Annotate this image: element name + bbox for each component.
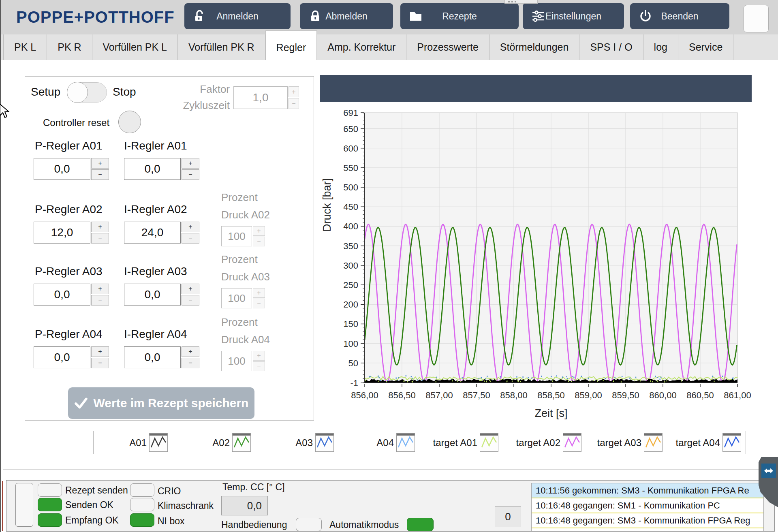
legend-label-target-a01: target A01 — [411, 437, 477, 449]
p-regler-a04-field[interactable]: 0,0+− — [34, 346, 109, 368]
temp-field: 0,0 — [221, 496, 268, 515]
i-regler-a03-field-decrement[interactable]: − — [182, 295, 199, 306]
top-bar: POPPE+POTTHOFF AnmeldenAbmeldenRezepteEi… — [0, 0, 778, 34]
toggle-knob-icon — [67, 82, 88, 103]
prozent-druck-a02-field: 100+− — [221, 226, 265, 246]
controller-reset-button[interactable] — [118, 111, 141, 133]
svg-text:858,50: 858,50 — [537, 390, 564, 400]
chart-header — [320, 75, 752, 102]
tab-st-rmeldungen[interactable]: Störmeldungen — [489, 34, 580, 60]
p-regler-a04-field-decrement[interactable]: − — [91, 358, 109, 368]
anmelden-button[interactable]: Anmelden — [184, 3, 291, 29]
svg-text:858,00: 858,00 — [500, 390, 527, 400]
tab-regler[interactable]: Regler — [265, 30, 317, 60]
prozent-druck-a02-field-increment: + — [253, 226, 265, 236]
senden-ok-led — [38, 498, 62, 511]
p-regler-a04-label: P-Regler A04 — [35, 328, 103, 341]
i-regler-a03-field[interactable]: 0,0+− — [124, 284, 199, 306]
prozent-druck-a03-field-increment: + — [253, 288, 265, 298]
automatikmodus-label: Automatikmodus — [329, 519, 399, 530]
pressure-chart: 6916506005505004504003503002502001501005… — [320, 102, 777, 428]
einstellungen-button[interactable]: Einstellungen — [523, 3, 624, 29]
save-values-label: Werte im Rezept speichern — [94, 396, 249, 410]
svg-text:400: 400 — [343, 221, 358, 231]
p-regler-a01-field-increment[interactable]: + — [91, 158, 109, 169]
crio-led — [130, 483, 154, 497]
p-regler-a02-field[interactable]: 12,0+− — [34, 222, 109, 244]
i-regler-a04-field-decrement[interactable]: − — [182, 358, 199, 368]
tab-sps-i-o[interactable]: SPS I / O — [579, 34, 643, 60]
i-regler-a02-field-value[interactable]: 24,0 — [124, 222, 181, 244]
svg-text:200: 200 — [343, 299, 358, 310]
stop-label: Stop — [113, 85, 136, 98]
p-regler-a03-label: P-Regler A03 — [35, 265, 103, 278]
p-regler-a02-field-value[interactable]: 12,0 — [34, 222, 90, 244]
i-regler-a02-field-decrement[interactable]: − — [182, 233, 199, 244]
i-regler-a03-field-value[interactable]: 0,0 — [124, 284, 181, 306]
i-regler-a02-field[interactable]: 24,0+− — [124, 222, 199, 244]
faktor-zykluszeit-field: 1,0+− — [233, 86, 299, 109]
svg-text:300: 300 — [343, 261, 358, 271]
prozent-druck-a02-field-decrement: − — [253, 237, 265, 246]
prozent-druck-a02-label-line1: Prozent — [221, 191, 258, 204]
tab-pk-l[interactable]: PK L — [3, 34, 47, 60]
klimaschrank-label: Klimaschrank — [158, 500, 214, 511]
prozent-druck-a02-label-line2: Druck A02 — [221, 209, 270, 221]
p-regler-a01-field-decrement[interactable]: − — [91, 169, 109, 180]
p-regler-a03-field[interactable]: 0,0+− — [34, 284, 109, 306]
p-regler-a02-field-decrement[interactable]: − — [91, 233, 109, 244]
p-regler-a02-field-increment[interactable]: + — [91, 222, 109, 232]
regler-panel: Setup Stop Faktor Zykluszeit 1,0+− Contr… — [25, 76, 314, 421]
edge-accent — [2, 481, 3, 531]
log-row-1[interactable]: 10:16:48 gegangen: SM1 - Kommunikation P… — [532, 498, 763, 513]
empfang-ok-label: Empfang OK — [65, 515, 119, 526]
beenden-button[interactable]: Beenden — [630, 3, 729, 29]
message-log[interactable]: 10:11:56 gekommen: SM3 - Kommunikation F… — [531, 483, 764, 531]
tab-service[interactable]: Service — [678, 34, 733, 60]
svg-text:859,00: 859,00 — [575, 390, 602, 400]
save-values-button[interactable]: Werte im Rezept speichern — [68, 387, 254, 419]
status-indicator-column — [15, 483, 33, 527]
p-regler-a04-field-value[interactable]: 0,0 — [34, 346, 90, 368]
lock-icon — [308, 9, 323, 24]
prozent-druck-a04-label-line2: Druck A04 — [221, 333, 270, 346]
abmelden-button[interactable]: Abmelden — [300, 3, 393, 29]
svg-text:100: 100 — [343, 339, 358, 349]
legend-plot-icon-target-a04[interactable] — [722, 433, 741, 452]
i-regler-a04-field-increment[interactable]: + — [182, 346, 199, 357]
i-regler-a02-label: I-Regler A02 — [124, 203, 187, 216]
tab-vorf-llen-pk-l[interactable]: Vorfüllen PK L — [92, 34, 178, 60]
i-regler-a01-field[interactable]: 0,0+− — [124, 158, 199, 180]
rezept-senden-label: Rezept senden — [65, 485, 128, 496]
folder-icon — [408, 9, 423, 24]
p-regler-a03-field-decrement[interactable]: − — [91, 295, 109, 306]
i-regler-a04-field[interactable]: 0,0+− — [124, 346, 199, 368]
legend-label-target-a02: target A02 — [494, 437, 560, 449]
p-regler-a04-field-increment[interactable]: + — [91, 346, 109, 357]
p-regler-a01-field-value[interactable]: 0,0 — [34, 158, 90, 180]
rezepte-button[interactable]: Rezepte — [400, 3, 519, 29]
log-row-2[interactable]: 10:16:48 gegangen: SM3 - Kommunikation F… — [532, 513, 763, 528]
log-row-0[interactable]: 10:11:56 gekommen: SM3 - Kommunikation F… — [532, 483, 763, 498]
beenden-label: Beenden — [661, 11, 698, 22]
i-regler-a02-field-increment[interactable]: + — [182, 222, 199, 232]
tab-vorf-llen-pk-r[interactable]: Vorfüllen PK R — [178, 34, 265, 60]
tab-prozesswerte[interactable]: Prozesswerte — [406, 34, 489, 60]
klimaschrank-led — [130, 498, 154, 511]
p-regler-a03-field-increment[interactable]: + — [91, 284, 109, 294]
tab-log[interactable]: log — [643, 34, 678, 60]
automatikmodus-led — [407, 518, 434, 531]
i-regler-a01-field-decrement[interactable]: − — [182, 169, 199, 180]
tab-pk-r[interactable]: PK R — [47, 34, 92, 60]
setup-stop-toggle[interactable] — [67, 82, 107, 103]
i-regler-a04-field-value[interactable]: 0,0 — [124, 346, 181, 368]
prozent-druck-a04-field-increment: + — [253, 351, 265, 361]
p-regler-a01-field[interactable]: 0,0+− — [34, 158, 109, 180]
i-regler-a01-field-increment[interactable]: + — [182, 158, 199, 169]
legend-label-a01: A01 — [80, 437, 147, 449]
i-regler-a01-field-value[interactable]: 0,0 — [124, 158, 181, 180]
faktor-label-line1: Faktor — [153, 83, 230, 96]
p-regler-a03-field-value[interactable]: 0,0 — [34, 284, 90, 306]
i-regler-a03-field-increment[interactable]: + — [182, 284, 199, 294]
tab-amp-korrektur[interactable]: Amp. Korrektur — [317, 34, 406, 60]
